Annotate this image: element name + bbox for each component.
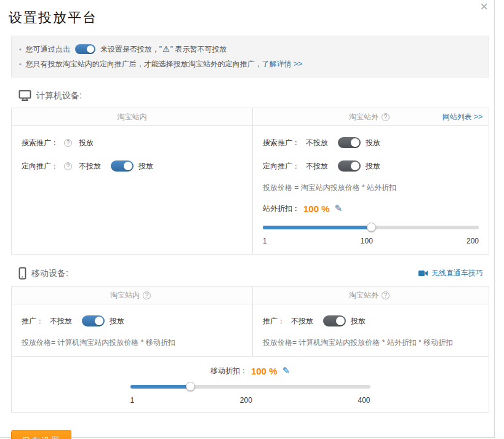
mobile-section-title: 移动设备:	[31, 268, 68, 279]
off-label: 不投放	[306, 161, 328, 172]
slider-mid-label: 200	[240, 396, 252, 405]
mobile-onsite-toggle[interactable]	[82, 315, 105, 326]
mobile-icon	[18, 267, 26, 280]
computer-section-header: 计算机设备:	[18, 90, 483, 101]
mobile-table-head: 淘宝站内? 淘宝站外?	[12, 287, 489, 304]
save-settings-button[interactable]: 保存设置	[11, 430, 71, 439]
slider-max-label: 200	[466, 237, 479, 245]
mobile-offsite-cell: 推广： 不投放 投放 投放价格= 计算机淘宝站内投放价格 * 站外折扣 * 移动…	[252, 304, 489, 356]
video-icon	[418, 270, 428, 277]
notice-box: • 您可通过点击 来设置是否投放，" ⚠ " 表示暂不可投放 • 您只有投放淘宝…	[11, 36, 489, 77]
computer-offsite-search-row: 搜索推广： 不投放 投放	[263, 136, 479, 149]
edit-icon[interactable]: ✎	[335, 203, 343, 214]
mobile-discount-row: 移动折扣： 100 % ✎ 1 200 400	[12, 356, 489, 412]
offsite-price-formula: 投放价格 = 淘宝站内投放价格 * 站外折扣	[263, 183, 479, 192]
notice-line-1: • 您可通过点击 来设置是否投放，" ⚠ " 表示暂不可投放	[19, 42, 481, 57]
off-label: 不投放	[50, 316, 72, 326]
notice-line1-prefix: 您可通过点击	[26, 42, 70, 57]
site-list-link[interactable]: 网站列表 >>	[442, 108, 482, 125]
slider-track[interactable]	[263, 226, 479, 229]
slider-max-label: 400	[358, 396, 370, 405]
slider-fill	[130, 385, 191, 389]
help-icon[interactable]: ?	[382, 113, 390, 121]
mobile-onsite-header: 淘宝站内	[110, 291, 140, 299]
wireless-tips-text: 无线直通车技巧	[431, 268, 483, 279]
slider-handle[interactable]	[367, 223, 376, 232]
on-label: 投放	[366, 138, 380, 148]
sample-toggle[interactable]	[75, 44, 95, 54]
slider-min-label: 1	[263, 237, 267, 245]
search-promo-label: 搜索推广：	[22, 138, 58, 148]
dialog-title: 设置投放平台	[0, 0, 494, 27]
computer-offsite-search-toggle[interactable]	[338, 137, 361, 148]
computer-table-head: 淘宝站内 淘宝站外? 网站列表 >>	[12, 108, 489, 126]
mobile-onsite-price-formula: 投放价格= 计算机淘宝站内投放价格 * 移动折扣	[22, 338, 242, 347]
target-promo-label: 定向推广：	[22, 161, 58, 172]
computer-icon	[18, 90, 31, 101]
set-delivery-platform-dialog: × 设置投放平台 • 您可通过点击 来设置是否投放，" ⚠ " 表示暂不可投放 …	[0, 0, 495, 438]
warning-icon: ⚠	[162, 42, 170, 57]
help-icon[interactable]: ?	[143, 291, 151, 299]
on-label: 投放	[110, 316, 124, 326]
computer-table: 淘宝站内 淘宝站外? 网站列表 >> 搜索推广： ? 投放 定向推广： ? 不投…	[11, 108, 489, 255]
computer-onsite-target-row: 定向推广： ? 不投放 投放	[22, 159, 242, 173]
mobile-discount-slider: 1 200 400	[130, 385, 370, 405]
learn-more-link[interactable]: 了解详情 >>	[262, 57, 302, 71]
notice-line2-text: 您只有投放淘宝站内的定向推广后，才能选择投放淘宝站外的定向推广，	[26, 57, 262, 71]
mobile-discount-value: 100 %	[251, 366, 278, 376]
computer-offsite-cell: 搜索推广： 不投放 投放 定向推广： 不投放 投放 投放价格 = 淘宝站内投放价…	[252, 126, 489, 254]
mobile-table-body: 推广： 不投放 投放 投放价格= 计算机淘宝站内投放价格 * 移动折扣 推广： …	[12, 304, 489, 356]
mobile-onsite-cell: 推广： 不投放 投放 投放价格= 计算机淘宝站内投放价格 * 移动折扣	[12, 304, 252, 356]
notice-line1-suffix: " 表示暂不可投放	[170, 42, 227, 57]
bullet-icon: •	[19, 57, 22, 71]
mobile-section-header: 移动设备: 无线直通车技巧	[18, 267, 483, 280]
slider-labels: 1 200 400	[130, 396, 370, 405]
mobile-offsite-toggle[interactable]	[323, 315, 346, 326]
offsite-discount-row: 站外折扣： 100 % ✎	[263, 202, 479, 215]
promo-label: 推广：	[22, 316, 44, 326]
on-label: 投放	[138, 161, 153, 172]
off-label: 不投放	[306, 138, 328, 148]
mobile-offsite-header: 淘宝站外	[349, 291, 378, 299]
computer-section-title: 计算机设备:	[36, 90, 82, 101]
computer-offsite-target-row: 定向推广： 不投放 投放	[263, 159, 479, 173]
mobile-onsite-header-cell: 淘宝站内?	[12, 287, 252, 304]
help-icon[interactable]: ?	[64, 162, 72, 170]
computer-offsite-header: 淘宝站外	[349, 113, 378, 121]
slider-track[interactable]	[130, 385, 370, 389]
computer-onsite-cell: 搜索推广： ? 投放 定向推广： ? 不投放 投放	[12, 126, 252, 254]
slider-labels: 1 100 200	[263, 237, 479, 245]
slider-fill	[263, 226, 371, 229]
computer-onsite-header: 淘宝站内	[118, 113, 147, 121]
offsite-discount-slider: 1 100 200	[263, 226, 479, 245]
off-label: 不投放	[79, 161, 101, 172]
target-promo-label: 定向推广：	[263, 161, 300, 172]
computer-offsite-target-toggle[interactable]	[338, 160, 361, 172]
mobile-offsite-header-cell: 淘宝站外?	[252, 287, 489, 304]
mobile-offsite-promo-row: 推广： 不投放 投放	[263, 314, 479, 328]
wireless-tips-link[interactable]: 无线直通车技巧	[418, 268, 483, 279]
computer-onsite-target-toggle[interactable]	[111, 160, 134, 172]
off-label: 不投放	[291, 316, 313, 326]
search-promo-label: 搜索推广：	[263, 138, 300, 148]
promo-label: 推广：	[263, 316, 285, 326]
offsite-discount-value: 100 %	[303, 204, 330, 214]
mobile-discount-line: 移动折扣： 100 % ✎	[12, 364, 489, 378]
notice-line1-mid: 来设置是否投放，"	[100, 42, 162, 57]
computer-onsite-header-cell: 淘宝站内	[12, 108, 252, 125]
on-label: 投放	[366, 161, 380, 172]
search-promo-value: 投放	[79, 138, 94, 148]
slider-mid-label: 100	[361, 237, 373, 245]
computer-offsite-header-cell: 淘宝站外? 网站列表 >>	[252, 108, 489, 125]
help-icon[interactable]: ?	[382, 291, 390, 299]
mobile-onsite-promo-row: 推广： 不投放 投放	[22, 314, 242, 328]
offsite-discount-label: 站外折扣：	[263, 204, 300, 214]
notice-line-2: • 您只有投放淘宝站内的定向推广后，才能选择投放淘宝站外的定向推广， 了解详情 …	[19, 57, 481, 71]
slider-handle[interactable]	[186, 382, 195, 391]
mobile-discount-label: 移动折扣：	[210, 366, 247, 376]
help-icon[interactable]: ?	[64, 139, 72, 147]
edit-icon[interactable]: ✎	[282, 365, 290, 376]
mobile-table: 淘宝站内? 淘宝站外? 推广： 不投放 投放 投放价格= 计算机淘宝站内投放价格…	[11, 286, 489, 413]
mobile-offsite-price-formula: 投放价格= 计算机淘宝站内投放价格 * 站外折扣 * 移动折扣	[263, 338, 479, 347]
close-icon[interactable]: ×	[480, 0, 488, 14]
